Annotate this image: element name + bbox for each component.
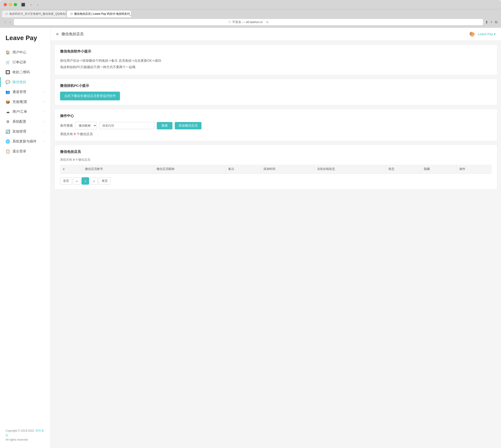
sidebar: Leave Pay 🏠 用户中心 🛒 订单记录 🔲 收款二维码 💬 微信免挂: [0, 28, 51, 448]
sidebar-item-sys-config[interactable]: ⚙ 系统配置 ›: [0, 117, 50, 127]
sidebar-label-order-records: 订单记录: [13, 60, 45, 64]
tip-card-2-title: 微信挂机PC小提示: [60, 83, 492, 88]
nav-back-button[interactable]: ‹: [4, 19, 7, 25]
tab-bar: 🛡 免挂码支付_支付宝免签约_微信免签_QQ钱包免签约接口_优云宝_秒冲宝_码支…: [0, 9, 501, 17]
operation-center-title: 操作中心: [60, 114, 492, 118]
search-input[interactable]: [99, 122, 155, 129]
sidebar-item-logout[interactable]: 📋 退出登录: [0, 146, 50, 156]
wechat-icon: 💬: [5, 80, 10, 84]
user-work-arrow-icon: ›: [44, 110, 45, 113]
security-icon: 🛡: [228, 20, 231, 24]
browser-titlebar: ⬛ ‹ ›: [0, 0, 501, 9]
page-first-button[interactable]: 首页: [60, 177, 72, 185]
refresh-icon: 🔄: [5, 129, 10, 134]
sidebar-item-recharge[interactable]: 📦 充值/配置 ›: [0, 97, 50, 107]
table-subtitle-count: 0: [73, 158, 75, 161]
browser-frame: ⬛ ‹ › 🛡 免挂码支付_支付宝免签约_微信免签_QQ钱包免签约接口_优云宝_…: [0, 0, 501, 448]
table-subtitle: 系统共有 0 个微信店员: [60, 158, 492, 162]
close-button[interactable]: [4, 3, 7, 6]
palette-icon[interactable]: 🎨: [469, 31, 475, 37]
nav-forward-button[interactable]: ›: [9, 19, 12, 25]
footer-copyright: Copyright © 2019-2022.: [5, 429, 35, 432]
header-right: 🎨 Leave Pay ▾: [469, 31, 496, 37]
app-logo-title: Leave Pay: [5, 34, 45, 42]
count-value: 0: [74, 132, 76, 136]
globe-icon: 🌐: [5, 139, 10, 144]
col-hidden: 隐藏: [421, 165, 457, 174]
table-subtitle-suffix: 个微信店员: [75, 158, 91, 161]
tab-1[interactable]: 🛡 免挂码支付_支付宝免签约_微信免签_QQ钱包免签约接口_优云宝_秒冲宝_码支…: [2, 10, 66, 17]
table-head: # 微信店员账号 微信店员昵称 备注 添加时间 当前在线状态 状态 隐藏 操作: [60, 165, 492, 174]
page-title: 微信免挂店员: [62, 32, 83, 37]
tip-card-1-text: 前往用户后台->添加微信个码免挂->备注 店员免挂->点击更新CK->成功 免挂…: [60, 57, 492, 70]
tab-1-label: 免挂码支付_支付宝免签约_微信免签_QQ钱包免签约接口_优云宝_秒冲宝_码支付: [9, 12, 66, 16]
minimize-button[interactable]: [9, 3, 12, 6]
table-card-title: 微信免挂店员: [60, 150, 492, 154]
sidebar-logo: Leave Pay: [0, 28, 50, 48]
table-subtitle-prefix: 系统共有: [60, 158, 73, 161]
back-button[interactable]: ‹: [29, 2, 33, 7]
user-menu-button[interactable]: Leave Pay ▾: [478, 32, 496, 36]
sidebar-label-user-work: 用户/工单: [13, 110, 42, 114]
pagination: 首页 « 1 » 尾页: [60, 177, 492, 185]
url-input-wrap[interactable]: 🛡 不安全 — a0.tashuo.cc ↻: [14, 19, 483, 26]
page-prev-button[interactable]: «: [73, 177, 81, 185]
sidebar-label-user-center: 用户中心: [13, 50, 45, 55]
operation-center-card: 操作中心 条件搜索 微信昵称 搜索 添加微信店员 系统共有 0 个微信店员: [54, 109, 497, 141]
page-last-button[interactable]: 尾页: [99, 177, 111, 185]
other-mgmt-arrow-icon: ›: [44, 130, 45, 133]
col-action: 操作: [457, 165, 492, 174]
search-button[interactable]: 搜索: [157, 122, 172, 129]
col-nickname: 微信店员昵称: [154, 165, 225, 174]
home-icon: 🏠: [5, 50, 10, 55]
col-online-status: 当前在线状态: [314, 165, 386, 174]
sidebar-label-sys-config: 系统配置: [13, 119, 42, 124]
sidebar-item-updates[interactable]: 🌐 系统更新与插件 ›: [0, 137, 50, 146]
page-next-button[interactable]: »: [90, 177, 98, 185]
col-status: 状态: [386, 165, 421, 174]
new-tab-button[interactable]: +: [490, 20, 492, 24]
tab-overview-button[interactable]: ⧉: [495, 20, 497, 24]
table-header-row: # 微信店员账号 微信店员昵称 备注 添加时间 当前在线状态 状态 隐藏 操作: [60, 165, 492, 174]
staff-count-text: 系统共有 0 个微信店员: [60, 132, 492, 136]
sidebar-item-user-center[interactable]: 🏠 用户中心: [0, 48, 50, 57]
staff-table: # 微信店员账号 微信店员昵称 备注 添加时间 当前在线状态 状态 隐藏 操作: [60, 165, 492, 174]
sidebar-item-order-records[interactable]: 🛒 订单记录: [0, 57, 50, 67]
search-select[interactable]: 微信昵称: [75, 122, 97, 129]
refresh-icon[interactable]: ↻: [266, 20, 269, 24]
forward-button[interactable]: ›: [36, 2, 40, 7]
sidebar-item-other-mgmt[interactable]: 🔄 其他管理 ›: [0, 127, 50, 137]
page-1-button[interactable]: 1: [81, 177, 89, 185]
sidebar-toggle-button[interactable]: ⬛: [20, 2, 27, 7]
tab-2-icon: 🛡: [70, 13, 73, 16]
cart-icon: 🛒: [5, 60, 10, 64]
sidebar-nav: 🏠 用户中心 🛒 订单记录 🔲 收款二维码 💬 微信免挂 👥 通道: [0, 48, 50, 425]
col-account: 微信店员账号: [82, 165, 154, 174]
sidebar-item-channel-mgmt[interactable]: 👥 通道管理 ›: [0, 87, 50, 97]
maximize-button[interactable]: [14, 3, 17, 6]
download-btn-wrap: 点此下载站长微信店员登录监控软件: [60, 92, 492, 100]
main-content: ≡ 微信免挂店员 🎨 Leave Pay ▾ 微信免挂软件小提示 前往用户后台-: [51, 28, 501, 448]
tip-card-1: 微信免挂软件小提示 前往用户后台->添加微信个码免挂->备注 店员免挂->点击更…: [54, 45, 497, 75]
sys-config-arrow-icon: ›: [44, 120, 45, 123]
share-button[interactable]: ⬆: [485, 20, 488, 24]
sidebar-item-user-work[interactable]: ☁ 用户/工单 ›: [0, 107, 50, 117]
sidebar-item-qr-code[interactable]: 🔲 收款二维码: [0, 67, 50, 77]
sidebar-label-other-mgmt: 其他管理: [13, 129, 42, 134]
sidebar-item-wechat-free[interactable]: 💬 微信免挂: [0, 77, 50, 87]
header-left: ≡ 微信免挂店员: [56, 32, 83, 37]
col-hash: #: [60, 165, 82, 174]
url-display: 不安全 — a0.tashuo.cc: [232, 20, 263, 24]
col-remark: 备注: [225, 165, 261, 174]
user-menu-arrow: ▾: [494, 32, 496, 36]
sidebar-footer: Copyright © 2019-2022. 阡叶支付 All rights r…: [0, 425, 50, 446]
hamburger-icon[interactable]: ≡: [56, 32, 59, 37]
tip-line-1: 前往用户后台->添加微信个码免挂->备注 店员免挂->点击更新CK->成功: [60, 57, 492, 64]
table-card: 微信免挂店员 系统共有 0 个微信店员 # 微信店员账号 微信店员昵称 备注 添…: [54, 145, 497, 190]
col-add-time: 添加时间: [261, 165, 314, 174]
add-wechat-staff-button[interactable]: 添加微信店员: [175, 122, 201, 129]
channel-arrow-icon: ›: [44, 90, 45, 94]
download-software-button[interactable]: 点此下载站长微信店员登录监控软件: [60, 92, 120, 100]
tab-2[interactable]: 🛡 微信免挂店员 | Leave Pay 码支付-免挂码支付_支付宝免签约_微信…: [67, 10, 131, 17]
count-prefix: 系统共有: [60, 132, 74, 136]
